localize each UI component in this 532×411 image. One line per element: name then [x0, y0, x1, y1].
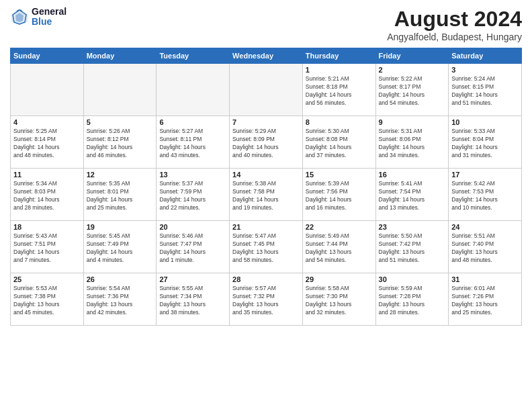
calendar-cell: 11Sunrise: 5:34 AM Sunset: 8:03 PM Dayli… [11, 169, 84, 221]
calendar-cell: 13Sunrise: 5:37 AM Sunset: 7:59 PM Dayli… [157, 169, 230, 221]
day-number: 13 [159, 171, 226, 179]
day-info: Sunrise: 5:24 AM Sunset: 8:15 PM Dayligh… [451, 75, 519, 107]
day-info: Sunrise: 5:21 AM Sunset: 8:18 PM Dayligh… [306, 75, 373, 107]
calendar-cell [230, 64, 303, 116]
calendar-cell: 12Sunrise: 5:35 AM Sunset: 8:01 PM Dayli… [83, 169, 157, 221]
calendar-cell: 5Sunrise: 5:26 AM Sunset: 8:12 PM Daylig… [83, 116, 157, 169]
logo-text: General Blue [32, 7, 66, 28]
calendar-cell: 21Sunrise: 5:47 AM Sunset: 7:45 PM Dayli… [230, 221, 303, 273]
location: Angyalfoeld, Budapest, Hungary [387, 32, 522, 42]
calendar-cell: 29Sunrise: 5:58 AM Sunset: 7:30 PM Dayli… [302, 273, 375, 326]
calendar-cell: 26Sunrise: 5:54 AM Sunset: 7:36 PM Dayli… [83, 273, 157, 326]
day-number: 21 [232, 223, 300, 231]
header-row: SundayMondayTuesdayWednesdayThursdayFrid… [11, 48, 522, 64]
day-number: 2 [379, 66, 446, 74]
calendar-cell: 25Sunrise: 5:53 AM Sunset: 7:38 PM Dayli… [11, 273, 84, 326]
day-info: Sunrise: 5:35 AM Sunset: 8:01 PM Dayligh… [87, 180, 154, 212]
day-info: Sunrise: 5:33 AM Sunset: 8:04 PM Dayligh… [451, 128, 519, 160]
header: General Blue August 2024 Angyalfoeld, Bu… [10, 7, 522, 42]
day-info: Sunrise: 5:59 AM Sunset: 7:28 PM Dayligh… [379, 285, 446, 317]
week-row-1: 1Sunrise: 5:21 AM Sunset: 8:18 PM Daylig… [11, 64, 522, 116]
calendar-cell: 10Sunrise: 5:33 AM Sunset: 8:04 PM Dayli… [449, 116, 522, 169]
calendar-cell: 31Sunrise: 6:01 AM Sunset: 7:26 PM Dayli… [449, 273, 522, 326]
calendar-cell: 19Sunrise: 5:45 AM Sunset: 7:49 PM Dayli… [83, 221, 157, 273]
day-info: Sunrise: 5:39 AM Sunset: 7:56 PM Dayligh… [306, 180, 373, 212]
day-number: 31 [451, 275, 519, 283]
month-year: August 2024 [387, 7, 522, 32]
day-info: Sunrise: 5:38 AM Sunset: 7:58 PM Dayligh… [232, 180, 300, 212]
day-info: Sunrise: 5:27 AM Sunset: 8:11 PM Dayligh… [159, 128, 226, 160]
calendar-cell: 22Sunrise: 5:49 AM Sunset: 7:44 PM Dayli… [302, 221, 375, 273]
day-number: 12 [87, 171, 154, 179]
logo-blue: Blue [32, 17, 66, 27]
day-number: 3 [451, 66, 519, 74]
calendar-cell: 18Sunrise: 5:43 AM Sunset: 7:51 PM Dayli… [11, 221, 84, 273]
day-header-monday: Monday [83, 48, 157, 64]
calendar-cell: 2Sunrise: 5:22 AM Sunset: 8:17 PM Daylig… [375, 64, 449, 116]
day-info: Sunrise: 5:45 AM Sunset: 7:49 PM Dayligh… [87, 232, 154, 265]
day-info: Sunrise: 5:58 AM Sunset: 7:30 PM Dayligh… [306, 285, 373, 317]
day-number: 6 [159, 118, 226, 126]
day-number: 28 [232, 275, 300, 283]
day-number: 14 [232, 171, 300, 179]
day-number: 7 [232, 118, 300, 126]
calendar-cell: 8Sunrise: 5:30 AM Sunset: 8:08 PM Daylig… [302, 116, 375, 169]
calendar-cell: 6Sunrise: 5:27 AM Sunset: 8:11 PM Daylig… [157, 116, 230, 169]
logo: General Blue [10, 7, 66, 28]
calendar-cell: 7Sunrise: 5:29 AM Sunset: 8:09 PM Daylig… [230, 116, 303, 169]
day-number: 24 [451, 223, 519, 231]
week-row-3: 11Sunrise: 5:34 AM Sunset: 8:03 PM Dayli… [11, 169, 522, 221]
calendar-cell [83, 64, 157, 116]
day-number: 15 [306, 171, 373, 179]
day-number: 16 [379, 171, 446, 179]
day-header-sunday: Sunday [11, 48, 84, 64]
day-info: Sunrise: 5:25 AM Sunset: 8:14 PM Dayligh… [13, 128, 81, 160]
day-info: Sunrise: 5:42 AM Sunset: 7:53 PM Dayligh… [451, 180, 519, 212]
day-header-friday: Friday [375, 48, 449, 64]
day-number: 27 [159, 275, 226, 283]
day-info: Sunrise: 5:41 AM Sunset: 7:54 PM Dayligh… [379, 180, 446, 212]
calendar-cell: 17Sunrise: 5:42 AM Sunset: 7:53 PM Dayli… [449, 169, 522, 221]
calendar-cell: 23Sunrise: 5:50 AM Sunset: 7:42 PM Dayli… [375, 221, 449, 273]
day-info: Sunrise: 5:30 AM Sunset: 8:08 PM Dayligh… [306, 128, 373, 160]
day-number: 17 [451, 171, 519, 179]
day-number: 10 [451, 118, 519, 126]
calendar-cell: 16Sunrise: 5:41 AM Sunset: 7:54 PM Dayli… [375, 169, 449, 221]
day-info: Sunrise: 5:43 AM Sunset: 7:51 PM Dayligh… [13, 232, 81, 265]
day-header-thursday: Thursday [302, 48, 375, 64]
calendar-cell: 20Sunrise: 5:46 AM Sunset: 7:47 PM Dayli… [157, 221, 230, 273]
day-number: 22 [306, 223, 373, 231]
day-info: Sunrise: 6:01 AM Sunset: 7:26 PM Dayligh… [451, 285, 519, 317]
day-number: 4 [13, 118, 81, 126]
day-info: Sunrise: 5:51 AM Sunset: 7:40 PM Dayligh… [451, 232, 519, 265]
day-info: Sunrise: 5:29 AM Sunset: 8:09 PM Dayligh… [232, 128, 300, 160]
day-header-wednesday: Wednesday [230, 48, 303, 64]
day-number: 20 [159, 223, 226, 231]
calendar-table: SundayMondayTuesdayWednesdayThursdayFrid… [10, 48, 522, 326]
day-number: 26 [87, 275, 154, 283]
week-row-4: 18Sunrise: 5:43 AM Sunset: 7:51 PM Dayli… [11, 221, 522, 273]
day-info: Sunrise: 5:34 AM Sunset: 8:03 PM Dayligh… [13, 180, 81, 212]
calendar-cell: 14Sunrise: 5:38 AM Sunset: 7:58 PM Dayli… [230, 169, 303, 221]
day-info: Sunrise: 5:57 AM Sunset: 7:32 PM Dayligh… [232, 285, 300, 317]
day-number: 25 [13, 275, 81, 283]
day-number: 5 [87, 118, 154, 126]
day-info: Sunrise: 5:31 AM Sunset: 8:06 PM Dayligh… [379, 128, 446, 160]
calendar-cell: 3Sunrise: 5:24 AM Sunset: 8:15 PM Daylig… [449, 64, 522, 116]
calendar-cell: 9Sunrise: 5:31 AM Sunset: 8:06 PM Daylig… [375, 116, 449, 169]
day-number: 9 [379, 118, 446, 126]
day-number: 18 [13, 223, 81, 231]
day-info: Sunrise: 5:50 AM Sunset: 7:42 PM Dayligh… [379, 232, 446, 265]
calendar-cell: 15Sunrise: 5:39 AM Sunset: 7:56 PM Dayli… [302, 169, 375, 221]
day-number: 23 [379, 223, 446, 231]
calendar-cell: 24Sunrise: 5:51 AM Sunset: 7:40 PM Dayli… [449, 221, 522, 273]
day-number: 1 [306, 66, 373, 74]
day-number: 30 [379, 275, 446, 283]
calendar-cell: 4Sunrise: 5:25 AM Sunset: 8:14 PM Daylig… [11, 116, 84, 169]
day-info: Sunrise: 5:47 AM Sunset: 7:45 PM Dayligh… [232, 232, 300, 265]
calendar-cell: 30Sunrise: 5:59 AM Sunset: 7:28 PM Dayli… [375, 273, 449, 326]
day-info: Sunrise: 5:55 AM Sunset: 7:34 PM Dayligh… [159, 285, 226, 317]
day-header-tuesday: Tuesday [157, 48, 230, 64]
calendar-cell: 27Sunrise: 5:55 AM Sunset: 7:34 PM Dayli… [157, 273, 230, 326]
day-info: Sunrise: 5:49 AM Sunset: 7:44 PM Dayligh… [306, 232, 373, 265]
